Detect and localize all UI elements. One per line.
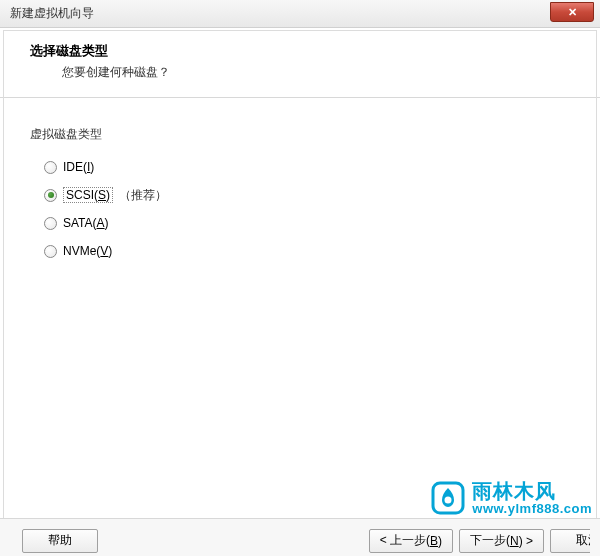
back-button[interactable]: < 上一步(B): [369, 529, 453, 553]
svg-point-1: [445, 497, 452, 504]
watermark: 雨林木风 www.ylmf888.com: [430, 480, 592, 516]
close-button[interactable]: ✕: [550, 2, 594, 22]
radio-ide[interactable]: IDE(I): [44, 153, 570, 181]
close-icon: ✕: [568, 6, 577, 19]
radio-ide-input[interactable]: [44, 161, 57, 174]
radio-nvme[interactable]: NVMe(V): [44, 237, 570, 265]
wizard-header: 选择磁盘类型 您要创建何种磁盘？: [0, 28, 600, 98]
watermark-brand: 雨林木风: [472, 481, 592, 502]
wizard-window: 新建虚拟机向导 ✕ 选择磁盘类型 您要创建何种磁盘？ 虚拟磁盘类型 IDE(I)…: [0, 0, 600, 556]
radio-nvme-label[interactable]: NVMe(V): [63, 244, 112, 258]
radio-nvme-input[interactable]: [44, 245, 57, 258]
cancel-button-partial: 取消: [550, 529, 590, 553]
watermark-text: 雨林木风 www.ylmf888.com: [472, 481, 592, 516]
radio-sata-input[interactable]: [44, 217, 57, 230]
disk-type-label: 虚拟磁盘类型: [30, 126, 570, 143]
titlebar: 新建虚拟机向导 ✕: [0, 0, 600, 28]
radio-scsi-input[interactable]: [44, 189, 57, 202]
wizard-content: 虚拟磁盘类型 IDE(I) SCSI(S) （推荐） SATA(A) NVMe(…: [0, 98, 600, 275]
titlebar-title: 新建虚拟机向导: [10, 5, 94, 22]
radio-sata-label[interactable]: SATA(A): [63, 216, 109, 230]
header-title: 选择磁盘类型: [30, 42, 576, 60]
radio-scsi[interactable]: SCSI(S) （推荐）: [44, 181, 570, 209]
header-subtitle: 您要创建何种磁盘？: [62, 64, 576, 81]
next-button-partial: 下一步(N) >: [459, 529, 550, 553]
button-bar: 帮助 < 上一步(B) 下一步(N) > 取消: [0, 518, 600, 556]
help-button[interactable]: 帮助: [22, 529, 98, 553]
watermark-logo-icon: [430, 480, 466, 516]
next-button[interactable]: 下一步(N) >: [459, 529, 544, 553]
radio-sata[interactable]: SATA(A): [44, 209, 570, 237]
radio-ide-label[interactable]: IDE(I): [63, 160, 94, 174]
cancel-button[interactable]: 取消: [550, 529, 590, 553]
watermark-url: www.ylmf888.com: [472, 502, 592, 516]
disk-type-radio-group: IDE(I) SCSI(S) （推荐） SATA(A) NVMe(V): [44, 153, 570, 265]
radio-scsi-suffix: （推荐）: [119, 187, 167, 204]
radio-scsi-label[interactable]: SCSI(S): [63, 187, 113, 203]
